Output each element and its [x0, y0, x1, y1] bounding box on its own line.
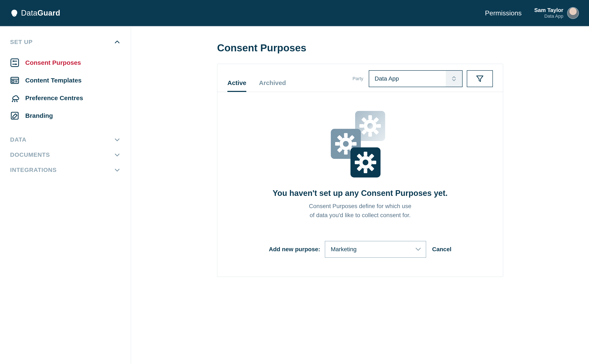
party-select-value: Data App — [375, 75, 399, 82]
card-toolbar: Active Archived Party Data App — [217, 64, 503, 92]
tab-active[interactable]: Active — [227, 77, 246, 92]
empty-state-title: You haven't set up any Consent Purposes … — [227, 189, 493, 198]
sidebar-section-label: DOCUMENTS — [10, 151, 50, 158]
sidebar-section-data[interactable]: DATA — [10, 136, 121, 143]
cloud-network-icon — [10, 93, 19, 103]
select-stepper-icon — [446, 71, 462, 87]
sidebar-item-preference-centres[interactable]: Preference Centres — [10, 89, 121, 107]
filter-icon — [476, 74, 484, 83]
svg-point-32 — [363, 159, 368, 165]
sidebar-section-setup[interactable]: SET UP — [10, 39, 121, 46]
sidebar-section-label: DATA — [10, 136, 26, 143]
svg-point-11 — [14, 101, 15, 102]
svg-rect-7 — [12, 80, 14, 82]
gears-illustration — [227, 109, 493, 180]
sidebar-section-label: INTEGRATIONS — [10, 167, 57, 173]
page-title: Consent Purposes — [217, 42, 589, 54]
empty-state-description: Consent Purposes define for which use of… — [227, 202, 493, 220]
tab-archived[interactable]: Archived — [259, 77, 286, 92]
sidebar-item-consent-purposes[interactable]: Consent Purposes — [10, 54, 121, 72]
svg-rect-0 — [11, 59, 19, 67]
sidebar-item-label: Preference Centres — [25, 94, 83, 102]
user-menu[interactable]: Sam Taylor Data App — [534, 7, 579, 19]
chevron-up-icon — [114, 39, 121, 46]
logo[interactable]: DataGuard — [10, 9, 60, 18]
sidebar: SET UP Consent Purposes Content Template… — [0, 27, 131, 364]
svg-point-30 — [343, 141, 349, 147]
add-purpose-select[interactable]: Marketing — [325, 241, 426, 258]
sidebar-section-label: SET UP — [10, 39, 32, 46]
party-label: Party — [353, 76, 363, 81]
sidebar-section-documents[interactable]: DOCUMENTS — [10, 151, 121, 158]
sliders-icon — [10, 58, 19, 67]
main-content: Consent Purposes Active Archived Party D… — [131, 27, 589, 364]
user-subtitle: Data App — [534, 13, 563, 19]
add-purpose-label: Add new purpose: — [269, 246, 320, 253]
svg-point-4 — [15, 64, 17, 65]
avatar — [567, 7, 579, 19]
chevron-down-icon — [415, 247, 421, 251]
chevron-down-icon — [114, 151, 121, 158]
svg-point-10 — [12, 101, 13, 102]
tab-list: Active Archived — [227, 77, 353, 92]
content-card: Active Archived Party Data App — [217, 64, 503, 277]
edit-icon — [10, 111, 19, 120]
logo-text-prefix: Data — [21, 9, 38, 17]
add-purpose-row: Add new purpose: Marketing Cancel — [227, 241, 493, 258]
logo-icon — [10, 9, 19, 17]
svg-point-28 — [367, 123, 373, 129]
party-select[interactable]: Data App — [369, 70, 463, 87]
chevron-down-icon — [114, 167, 121, 173]
nav-permissions[interactable]: Permissions — [485, 9, 521, 17]
logo-text-suffix: Guard — [38, 9, 60, 17]
user-name: Sam Taylor — [534, 7, 563, 13]
sidebar-item-label: Content Templates — [25, 77, 82, 84]
sidebar-item-branding[interactable]: Branding — [10, 107, 121, 124]
filter-button[interactable] — [467, 70, 493, 87]
sidebar-item-label: Consent Purposes — [25, 59, 81, 66]
cancel-button[interactable]: Cancel — [432, 246, 451, 253]
template-icon — [10, 76, 19, 85]
chevron-down-icon — [114, 136, 121, 143]
svg-point-12 — [16, 101, 18, 102]
sidebar-item-label: Branding — [25, 112, 53, 119]
empty-state: You haven't set up any Consent Purposes … — [217, 92, 503, 277]
svg-point-2 — [13, 60, 14, 62]
sidebar-section-integrations[interactable]: INTEGRATIONS — [10, 167, 121, 173]
sidebar-item-content-templates[interactable]: Content Templates — [10, 72, 121, 89]
svg-line-13 — [13, 99, 14, 101]
app-header: DataGuard Permissions Sam Taylor Data Ap… — [0, 0, 589, 27]
add-purpose-value: Marketing — [331, 246, 356, 253]
